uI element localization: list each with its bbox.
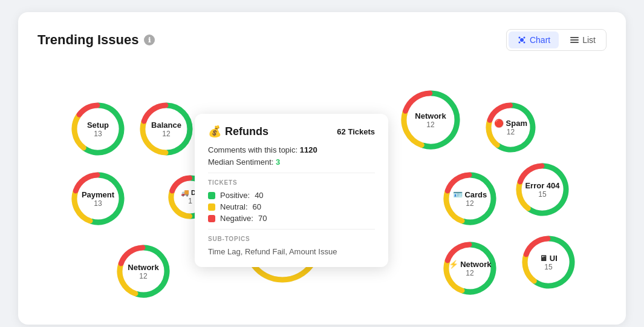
- negative-value: 70: [258, 214, 267, 223]
- svg-point-2: [523, 37, 525, 39]
- bubble-name-network-top: Network: [415, 111, 446, 121]
- positive-dot: [208, 192, 215, 199]
- chart-btn[interactable]: Chart: [509, 31, 559, 48]
- tooltip-name: Refunds: [225, 125, 268, 138]
- bubble-count-network-mid: 12: [466, 269, 473, 277]
- svg-point-1: [518, 37, 520, 39]
- bubble-count-balance: 12: [162, 130, 170, 138]
- bubble-payment[interactable]: Payment13: [71, 171, 125, 226]
- bubble-count-ui: 15: [544, 263, 552, 271]
- bubble-network-mid[interactable]: ⚡ Network12: [443, 241, 497, 296]
- chart-area: 💰 Refunds 62 Tickets Comments with this …: [37, 65, 607, 308]
- donut-error404: Error 40415: [515, 162, 570, 217]
- bubble-network-top[interactable]: Network12: [400, 90, 461, 150]
- chart-btn-label: Chart: [530, 35, 550, 45]
- view-toggle: Chart List: [506, 29, 607, 51]
- bubble-name-ui: 🖥 UI: [539, 254, 558, 263]
- negative-label: Negative:: [220, 214, 253, 223]
- card-header: Trending Issues ℹ Chart: [37, 29, 607, 51]
- tooltip-ticket-count: 62: [337, 127, 345, 136]
- svg-rect-7: [570, 42, 579, 43]
- svg-rect-5: [570, 37, 579, 38]
- bubble-count-network-bottom: 12: [139, 272, 147, 280]
- bubble-name-spam: 🔴 Spam: [494, 119, 527, 128]
- bubble-name-payment: Payment: [82, 190, 114, 199]
- tooltip-sentiment-row: Median Sentiment: 3: [208, 157, 375, 167]
- tickets-section-label: TICKETS: [208, 179, 375, 186]
- donut-network-bottom: Network12: [116, 244, 171, 299]
- main-card: Trending Issues ℹ Chart: [18, 12, 626, 325]
- donut-network-top: Network12: [400, 90, 461, 150]
- positive-row: Positive: 40: [208, 191, 375, 200]
- bubble-name-balance: Balance: [151, 121, 181, 130]
- tooltip-tickets: 62 Tickets: [337, 127, 375, 136]
- neutral-value: 60: [253, 202, 261, 211]
- svg-rect-6: [570, 39, 579, 41]
- tooltip-sentiment-value: 3: [276, 157, 280, 167]
- page-title: Trending Issues: [37, 32, 139, 48]
- svg-point-3: [518, 42, 520, 44]
- bubble-spam[interactable]: 🔴 Spam12: [485, 102, 536, 153]
- title-area: Trending Issues ℹ: [37, 32, 155, 48]
- tooltip: 💰 Refunds 62 Tickets Comments with this …: [195, 114, 388, 267]
- donut-balance: Balance12: [139, 102, 194, 156]
- chart-icon: [517, 35, 527, 45]
- bubble-count-error404: 15: [538, 190, 546, 199]
- bubble-count-cards: 12: [466, 199, 473, 208]
- tooltip-divider1: [208, 173, 375, 173]
- donut-ui: 🖥 UI15: [521, 235, 576, 289]
- donut-payment: Payment13: [71, 171, 125, 226]
- bubble-count-payment: 13: [94, 199, 102, 208]
- neutral-dot: [208, 203, 215, 211]
- bubble-name-setup: Setup: [87, 121, 109, 130]
- subtopics-section-label: SUB-TOPICS: [208, 236, 375, 242]
- tooltip-header: 💰 Refunds 62 Tickets: [208, 125, 375, 138]
- svg-point-0: [520, 38, 524, 42]
- negative-row: Negative: 70: [208, 214, 375, 223]
- subtopics-value: Time Lag, Refund Fail, Amount Issue: [208, 247, 375, 256]
- tooltip-comments-label: Comments with this topic:: [208, 145, 298, 154]
- neutral-label: Neutral:: [220, 202, 248, 211]
- tooltip-title: 💰 Refunds: [208, 125, 268, 138]
- positive-value: 40: [255, 191, 263, 200]
- tooltip-divider2: [208, 229, 375, 230]
- list-btn[interactable]: List: [561, 31, 604, 48]
- positive-label: Positive:: [220, 191, 250, 200]
- bubble-count-delivery: 1: [188, 197, 192, 205]
- tooltip-emoji: 💰: [208, 125, 221, 138]
- bubble-setup[interactable]: Setup13: [71, 102, 125, 156]
- bubble-balance[interactable]: Balance12: [139, 102, 194, 156]
- donut-network-mid: ⚡ Network12: [443, 241, 497, 296]
- bubble-name-cards: 🪪 Cards: [453, 190, 487, 199]
- tooltip-comments-value: 1120: [300, 145, 317, 154]
- list-btn-label: List: [582, 35, 596, 45]
- bubble-error404[interactable]: Error 40415: [515, 162, 570, 217]
- donut-setup: Setup13: [71, 102, 125, 156]
- ticket-rows: Positive: 40 Neutral: 60 Negative: 70: [208, 191, 375, 223]
- bubble-name-network-bottom: Network: [128, 263, 158, 272]
- tooltip-comments-row: Comments with this topic: 1120: [208, 145, 375, 154]
- bubble-name-network-mid: ⚡ Network: [449, 260, 492, 269]
- info-icon[interactable]: ℹ: [144, 35, 155, 45]
- bubble-ui[interactable]: 🖥 UI15: [521, 235, 576, 289]
- neutral-row: Neutral: 60: [208, 202, 375, 211]
- bubble-cards[interactable]: 🪪 Cards12: [443, 171, 497, 226]
- bubble-name-error404: Error 404: [525, 181, 559, 190]
- bubble-network-bottom[interactable]: Network12: [116, 244, 171, 299]
- tooltip-sentiment-label: Median Sentiment:: [208, 157, 273, 167]
- negative-dot: [208, 215, 215, 222]
- svg-point-4: [523, 42, 525, 44]
- bubble-count-network-top: 12: [426, 121, 434, 129]
- bubble-count-setup: 13: [94, 130, 102, 138]
- bubble-count-spam: 12: [507, 128, 515, 136]
- tooltip-ticket-label: Tickets: [348, 127, 375, 136]
- donut-spam: 🔴 Spam12: [485, 102, 536, 153]
- list-icon: [570, 35, 579, 45]
- donut-cards: 🪪 Cards12: [443, 171, 497, 226]
